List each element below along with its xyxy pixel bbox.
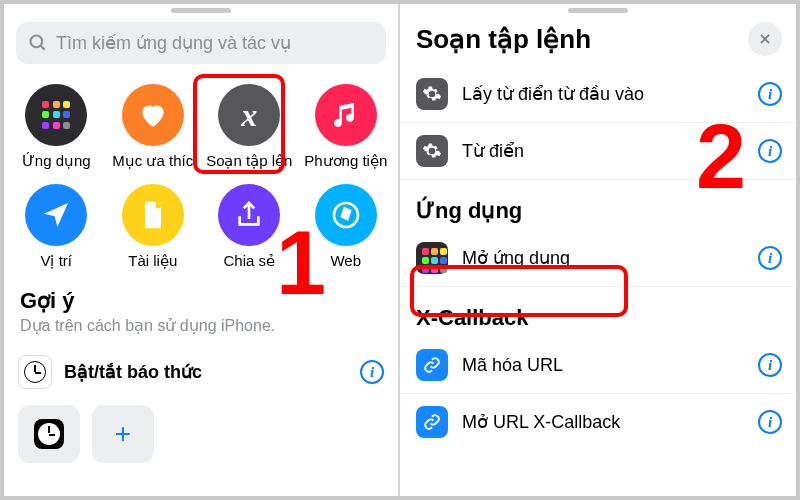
category-location[interactable]: Vị trí [10,180,103,274]
close-button[interactable] [748,22,782,56]
category-sharing[interactable]: Chia sẻ [203,180,296,274]
gear-icon [416,78,448,110]
music-icon [315,84,377,146]
drag-handle[interactable] [568,8,628,13]
action-open-xcallback-url[interactable]: Mở URL X-Callback i [400,394,796,450]
link-icon [416,406,448,438]
action-label: Lấy từ điển từ đầu vào [462,83,744,105]
label: Phương tiện [304,152,387,170]
info-icon[interactable]: i [758,353,782,377]
info-icon[interactable]: i [758,246,782,270]
tile-add[interactable]: + [92,405,154,463]
pane-title: Soạn tập lệnh [416,24,748,55]
heart-icon [122,84,184,146]
action-url-encode[interactable]: Mã hóa URL i [400,337,796,394]
scripting-icon: x [218,84,280,146]
section-header-xcallback: X-Callback [400,287,796,337]
category-media[interactable]: Phương tiện [300,80,393,174]
svg-point-0 [31,36,43,48]
close-icon [758,32,772,46]
category-documents[interactable]: Tài liệu [107,180,200,274]
action-label: Từ điển [462,140,744,162]
label: Ứng dụng [22,152,91,170]
action-label: Mở ứng dụng [462,247,744,269]
quick-tiles: + [4,399,398,469]
scripting-actions-pane: Soạn tập lệnh Lấy từ điển từ đầu vào i T… [400,4,796,496]
apps-icon [416,242,448,274]
info-icon[interactable]: i [758,82,782,106]
clock-icon [18,355,52,389]
section-header-apps: Ứng dụng [400,180,796,230]
category-favorites[interactable]: Mục ưa thíc [107,80,200,174]
document-icon [122,184,184,246]
apps-icon [25,84,87,146]
action-open-app[interactable]: Mở ứng dụng i [400,230,796,287]
label: Mục ưa thíc [112,152,193,170]
search-placeholder: Tìm kiếm ứng dụng và tác vụ [56,32,291,54]
label: Soạn tập lện [206,152,292,170]
categories-pane: Tìm kiếm ứng dụng và tác vụ Ứng dụng Mục… [4,4,400,496]
suggestions-header: Gợi ý [4,274,398,316]
plus-icon: + [115,418,131,450]
search-icon [28,33,48,53]
category-scripting[interactable]: x Soạn tập lện [203,80,296,174]
info-icon[interactable]: i [360,360,384,384]
search-input[interactable]: Tìm kiếm ứng dụng và tác vụ [16,22,386,64]
info-icon[interactable]: i [758,410,782,434]
compass-icon [315,184,377,246]
tile-clock[interactable] [18,405,80,463]
share-icon [218,184,280,246]
suggestions-subtitle: Dựa trên cách bạn sử dụng iPhone. [4,316,398,345]
label: Web [330,252,361,269]
info-icon[interactable]: i [758,139,782,163]
category-web[interactable]: Web [300,180,393,274]
action-label: Mã hóa URL [462,355,744,376]
drag-handle[interactable] [171,8,231,13]
gear-icon [416,135,448,167]
category-grid: Ứng dụng Mục ưa thíc x Soạn tập lện Phươ… [4,74,398,274]
svg-line-1 [41,46,45,50]
action-dictionary[interactable]: Từ điển i [400,123,796,180]
category-apps[interactable]: Ứng dụng [10,80,103,174]
clock-icon [34,419,64,449]
action-get-dictionary-from-input[interactable]: Lấy từ điển từ đầu vào i [400,66,796,123]
label: Chia sẻ [223,252,275,270]
label: Vị trí [40,252,72,270]
link-icon [416,349,448,381]
action-label: Mở URL X-Callback [462,411,744,433]
label: Tài liệu [128,252,177,270]
suggestion-label: Bật/tắt báo thức [64,361,348,383]
suggestion-alarm-row[interactable]: Bật/tắt báo thức i [4,345,398,399]
location-icon [25,184,87,246]
